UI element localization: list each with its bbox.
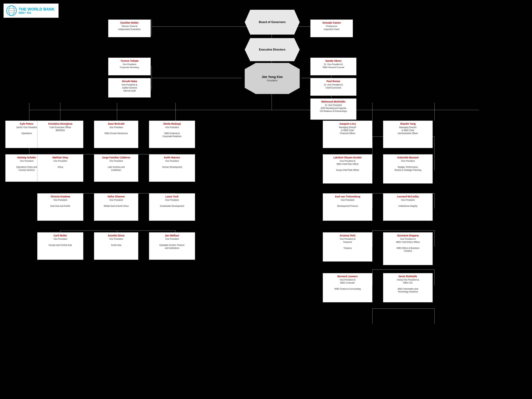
- keith-box: Keith Hansen Vice PresidentHuman Develop…: [149, 154, 195, 182]
- laura-box: Laura Tuck Vice PresidentSustainable Dev…: [149, 193, 195, 221]
- leonard-box: Leonard McCarthy Vice PresidentInstituti…: [383, 193, 433, 221]
- cyril-box: Cyril Muller Vice PresidentEurope and Ce…: [37, 232, 83, 260]
- annette-title: Vice PresidentSouth Asia: [96, 238, 136, 247]
- gonzalo-castro-box: Gonzalo Castro ChairpersonInspection Pan…: [310, 19, 353, 37]
- victoria-title: Vice PresidentEast Asia and Pacific: [39, 199, 81, 208]
- antonella-title: Vice PresidentBudget, PerformanceReview …: [385, 160, 431, 171]
- arunma-box: Arunma Oteh Vice President &TreasurerTre…: [323, 232, 372, 262]
- laura-name: Laura Tuck: [151, 195, 193, 198]
- denis-name: Denis Robitaille: [385, 275, 431, 278]
- ousmane-title: Vice President &WBG Chief Ethics Officer…: [385, 238, 431, 253]
- antonella-box: Antonella Bassani Vice PresidentBudget, …: [383, 154, 433, 184]
- paul-name: Paul Romer: [312, 80, 355, 83]
- hafez-name: Hafez Ghanem: [96, 195, 136, 198]
- sandie-name: Sandie Okoro: [312, 59, 355, 63]
- arunma-title: Vice President &TreasurerTreasury: [325, 238, 370, 249]
- jorge-box: Jorge Familiar Calderon Vice PresidentLa…: [94, 154, 138, 182]
- sheila-title: Vice PresidentWBG External &Corporate Re…: [151, 126, 193, 138]
- executive-directors-label: Executive Directors: [253, 46, 291, 53]
- makhtar-name: Makhtar Diop: [39, 156, 81, 159]
- victoria-box: Victoria Kwakwa Vice PresidentEast Asia …: [37, 193, 83, 221]
- president-box: Jim Yong Kim President: [245, 63, 300, 94]
- logo-area: THE WORLD BANK IBRD • IDA: [4, 4, 58, 18]
- joaquim-name: Joaquim Levy: [325, 122, 370, 125]
- hiroshi-title: Vice President &Auditor-GeneralInternal …: [110, 83, 149, 92]
- jan-name: Jan Walliser: [151, 234, 193, 237]
- gonzalo-title: ChairpersonInspection Panel: [312, 25, 351, 31]
- keith-title: Vice PresidentHuman Development: [151, 160, 193, 168]
- hiroshi-name: Hiroshi Naka: [110, 80, 149, 83]
- sheila-name: Sheila Redzepi: [151, 122, 193, 125]
- bernard-name: Bernard Lauwers: [325, 275, 370, 278]
- caroline-name: Caroline Heider: [110, 21, 149, 24]
- sean-box: Sean McGrath Vice PresidentWBG Human Res…: [94, 120, 138, 148]
- keith-name: Keith Hansen: [151, 156, 193, 159]
- bernard-box: Bernard Lauwers Vice President &WBG Cont…: [323, 273, 372, 302]
- mahmoud-name: Mahmoud Mohieldin: [312, 100, 355, 103]
- kristalina-box: Kristalina Georgieva Chief Executive Off…: [37, 120, 83, 148]
- logo-sub: IBRD • IDA: [19, 11, 55, 14]
- lakshmi-name: Lakshmi Shyam-Sunder: [325, 156, 370, 159]
- antonella-name: Antonella Bassani: [385, 156, 431, 159]
- axel-box: Axel van Trotsenburg Vice PresidentDevel…: [323, 193, 372, 221]
- yvonne-tsikata-box: Yvonne Tsikata Vice PresidentCorporate S…: [108, 58, 151, 75]
- executive-directors-box: Executive Directors: [245, 38, 300, 61]
- org-chart: THE WORLD BANK IBRD • IDA Board of Gover…: [0, 0, 532, 399]
- axel-title: Vice PresidentDevelopment Finance: [325, 199, 370, 208]
- president-title: President: [262, 79, 283, 82]
- board-of-governors-label: Board of Governors: [253, 19, 291, 25]
- paul-title: Sr. Vice President &Chief Economist: [312, 83, 355, 89]
- paul-romer-box: Paul Romer Sr. Vice President &Chief Eco…: [310, 78, 356, 96]
- cyril-title: Vice PresidentEurope and Central Asia: [39, 238, 81, 247]
- jorge-name: Jorge Familiar Calderon: [96, 156, 136, 159]
- sean-name: Sean McGrath: [96, 122, 136, 125]
- board-of-governors-box: Board of Governors: [245, 10, 300, 35]
- ousmane-box: Ousmane Diagana Vice President &WBG Chie…: [383, 232, 433, 265]
- jan-title: Vice PresidentEquitable Growth, Financea…: [151, 238, 193, 249]
- victoria-name: Victoria Kwakwa: [39, 195, 81, 198]
- shaolin-title: Managing Director& WBG ChiefAdministrati…: [385, 126, 431, 135]
- jorge-title: Vice PresidentLatin America andCaribbean: [96, 160, 136, 171]
- annette-name: Annette Dixon: [96, 234, 136, 237]
- mahmoud-box: Mahmoud Mohieldin Sr. Vice President2030…: [310, 98, 356, 120]
- cyril-name: Cyril Muller: [39, 234, 81, 237]
- sandie-title: Sr. Vice President &WBG General Counsel: [312, 63, 355, 69]
- sean-title: Vice PresidentWBG Human Resources: [96, 126, 136, 135]
- bernard-title: Vice President &WBG ControllerWBG Financ…: [325, 279, 370, 290]
- gonzalo-name: Gonzalo Castro: [312, 21, 351, 24]
- sandie-okoro-box: Sandie Okoro Sr. Vice President &WBG Gen…: [310, 58, 356, 75]
- caroline-heider-box: Caroline Heider Director GeneralIndepend…: [108, 19, 151, 37]
- annette-box: Annette Dixon Vice PresidentSouth Asia: [94, 232, 138, 260]
- president-name: Jim Yong Kim: [262, 75, 283, 79]
- logo-text: THE WORLD BANK IBRD • IDA: [19, 7, 55, 14]
- hafez-box: Hafez Ghanem Vice PresidentMiddle East &…: [94, 193, 138, 221]
- ousmane-name: Ousmane Diagana: [385, 234, 431, 237]
- denis-box: Denis Robitaille Acting Vice President &…: [383, 273, 433, 302]
- laura-title: Vice PresidentSustainable Development: [151, 199, 193, 208]
- denis-title: Acting Vice President &WBG CIOWBG Inform…: [385, 279, 431, 293]
- axel-name: Axel van Trotsenburg: [325, 195, 370, 198]
- hiroshi-naka-box: Hiroshi Naka Vice President &Auditor-Gen…: [108, 78, 151, 98]
- world-bank-logo-icon: [6, 5, 17, 16]
- lakshmi-box: Lakshmi Shyam-Sunder Vice President &WBG…: [323, 154, 372, 184]
- arunma-name: Arunma Oteh: [325, 234, 370, 237]
- sheila-box: Sheila Redzepi Vice PresidentWBG Externa…: [149, 120, 195, 148]
- logo-name: THE WORLD BANK: [19, 7, 55, 11]
- joaquim-title: Managing Director& WBG ChiefFinancial Of…: [325, 126, 370, 135]
- jan-box: Jan Walliser Vice PresidentEquitable Gro…: [149, 232, 195, 260]
- hafez-title: Vice PresidentMiddle East & North Africa: [96, 199, 136, 208]
- shaolin-box: Shaolin Yang Managing Director& WBG Chie…: [383, 120, 433, 148]
- kristalina-name: Kristalina Georgieva: [39, 122, 81, 125]
- makhtar-title: Vice PresidentAfrica: [39, 160, 81, 168]
- yvonne-name: Yvonne Tsikata: [110, 59, 149, 63]
- makhtar-box: Makhtar Diop Vice PresidentAfrica: [37, 154, 83, 182]
- leonard-title: Vice PresidentInstitutional Integrity: [385, 199, 431, 208]
- caroline-title: Director GeneralIndependent Evaluation: [110, 25, 149, 31]
- yvonne-title: Vice PresidentCorporate Secretary: [110, 63, 149, 69]
- joaquim-box: Joaquim Levy Managing Director& WBG Chie…: [323, 120, 372, 148]
- mahmoud-title: Sr. Vice President2030 Development Agend…: [312, 104, 355, 113]
- kristalina-title: Chief Executive OfficerIBRD/IDA: [39, 126, 81, 132]
- lakshmi-title: Vice President &WBG Chief Risk OfficerGr…: [325, 160, 370, 171]
- leonard-name: Leonard McCarthy: [385, 195, 431, 198]
- shaolin-name: Shaolin Yang: [385, 122, 431, 125]
